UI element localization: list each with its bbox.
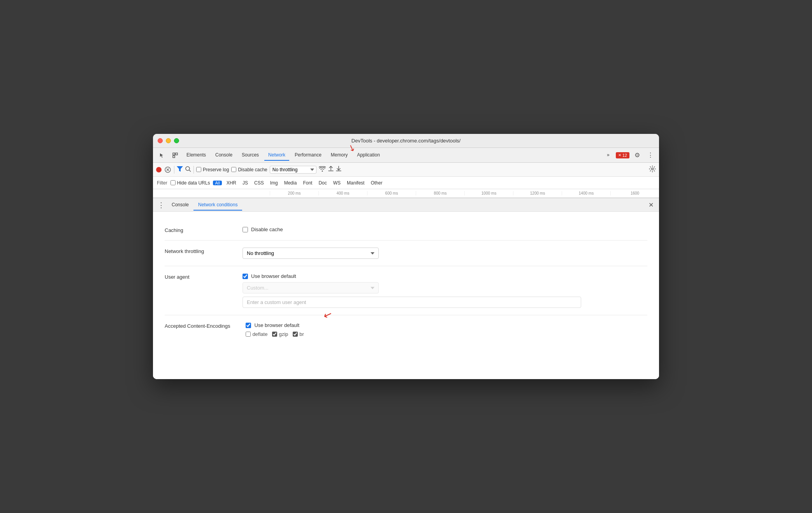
nc-custom-ua-input[interactable] [243,297,581,308]
bottom-panel: ⋮ Console Network conditions ✕ Caching D… [153,198,659,379]
hide-data-urls-label[interactable]: Hide data URLs [170,180,210,186]
filter-js[interactable]: JS [241,179,250,186]
nc-throttling-select[interactable]: No throttling Fast 3G Slow 3G Offline [243,248,379,259]
nc-caching-row: Caching Disable cache [165,220,647,241]
filter-icon[interactable] [177,166,183,173]
cursor-icon[interactable] [156,149,168,161]
preserve-log-checkbox[interactable] [196,167,201,172]
nc-br-label[interactable]: br [293,331,304,337]
more-options-icon[interactable]: ⋮ [645,150,656,161]
timeline-marker-1: 200 ms [270,191,318,195]
tab-console[interactable]: Console [211,150,236,161]
nc-use-default-checkbox[interactable] [243,274,248,279]
nc-encodings-row: Accepted Content-Encodings Use browser d… [165,315,647,344]
disable-cache-label[interactable]: Disable cache [231,167,267,172]
nc-throttling-label: Network throttling [165,248,227,254]
devtools-tab-bar: Elements Console Sources Network Perform… [153,148,659,163]
bottom-tab-network-conditions[interactable]: Network conditions [193,200,242,211]
nc-gzip-checkbox[interactable] [272,332,277,337]
tab-elements[interactable]: Elements [183,150,210,161]
tab-application[interactable]: Application [353,150,384,161]
filter-media[interactable]: Media [283,179,299,186]
svg-rect-0 [173,153,175,155]
settings-icon[interactable]: ⚙ [632,150,643,161]
maximize-button[interactable] [174,138,179,143]
toolbar-divider-2 [193,166,194,174]
nc-deflate-label[interactable]: deflate [246,331,267,337]
clear-button[interactable] [164,166,172,174]
nc-user-agent-row: User agent Use browser default Custom... [165,266,647,315]
bottom-tab-console[interactable]: Console [167,200,193,211]
no-throttling-select-wrapper: No throttling Fast 3G Slow 3G Offline [243,248,647,259]
timeline-marker-5: 1000 ms [464,191,513,195]
nc-custom-ua-select: Custom... [243,282,379,293]
error-x-icon: ✕ [618,153,621,157]
filter-doc[interactable]: Doc [317,179,328,186]
filter-xhr[interactable]: XHR [225,179,238,186]
search-icon[interactable] [185,166,191,173]
nc-user-agent-content: Use browser default Custom... [243,273,647,308]
filter-css[interactable]: CSS [253,179,265,186]
nc-use-default-label[interactable]: Use browser default [243,273,647,279]
nc-encodings-default-checkbox[interactable] [246,323,251,328]
timeline-marker-3: 600 ms [367,191,416,195]
devtools-window: DevTools - developer.chrome.com/tags/dev… [153,134,659,379]
tab-right-actions: » ✕ 12 ⚙ ⋮ [603,150,656,161]
traffic-lights [158,138,179,143]
nc-disable-cache-label[interactable]: Disable cache [243,227,647,232]
bottom-tab-dots[interactable]: ⋮ [155,200,167,210]
record-button[interactable] [156,167,162,172]
nc-encodings-default-label[interactable]: Use browser default ↙ [246,322,647,328]
svg-rect-1 [176,153,178,155]
wifi-icon[interactable] [319,166,326,173]
hide-data-urls-checkbox[interactable] [170,180,176,185]
nc-encodings-content: Use browser default ↙ deflate gzip [246,322,647,337]
nc-disable-cache-checkbox[interactable] [243,227,248,232]
nc-gzip-label[interactable]: gzip [272,331,288,337]
network-settings-icon[interactable] [649,165,656,174]
svg-point-8 [652,168,654,170]
close-button[interactable] [158,138,163,143]
svg-line-7 [189,170,191,172]
tab-performance[interactable]: Performance [291,150,325,161]
bottom-tab-bar: ⋮ Console Network conditions ✕ [153,199,659,212]
filter-bar: Filter Hide data URLs All XHR JS CSS Img… [153,177,659,189]
filter-manifest[interactable]: Manifest [345,179,366,186]
nc-throttling-content: No throttling Fast 3G Slow 3G Offline [243,248,647,259]
nc-encodings-checkboxes: deflate gzip br [246,331,647,337]
filter-label: Filter [157,180,167,186]
tab-memory[interactable]: Memory ↙ [327,150,352,161]
nc-throttling-row: Network throttling No throttling Fast 3G… [165,241,647,266]
filter-font[interactable]: Font [301,179,314,186]
timeline-marker-8: 1600 [610,191,659,195]
disable-cache-checkbox[interactable] [231,167,236,172]
nc-user-agent-label: User agent [165,273,227,280]
network-toolbar: Preserve log Disable cache No throttling… [153,163,659,177]
tab-more[interactable]: » [603,150,613,161]
filter-other[interactable]: Other [369,179,384,186]
minimize-button[interactable] [166,138,171,143]
nc-caching-content: Disable cache [243,227,647,232]
tab-sources[interactable]: Sources [238,150,263,161]
error-badge[interactable]: ✕ 12 [616,152,629,158]
nc-caching-label: Caching [165,227,227,233]
nc-deflate-checkbox[interactable] [246,332,251,337]
timeline-bar: 200 ms 400 ms 600 ms 800 ms 1000 ms 1200… [153,189,659,198]
preserve-log-label[interactable]: Preserve log [196,167,229,172]
svg-point-6 [186,167,190,170]
download-icon[interactable] [336,166,341,173]
window-title: DevTools - developer.chrome.com/tags/dev… [352,138,460,144]
throttle-select[interactable]: No throttling Fast 3G Slow 3G Offline [270,166,316,174]
upload-icon[interactable] [328,166,334,173]
inspect-icon[interactable] [169,149,181,161]
bottom-close-button[interactable]: ✕ [645,200,657,210]
tab-network[interactable]: Network [264,150,289,161]
nc-br-checkbox[interactable] [293,332,298,337]
timeline-marker-2: 400 ms [318,191,367,195]
timeline-marker-7: 1400 ms [562,191,610,195]
nc-encodings-label: Accepted Content-Encodings [165,322,230,329]
filter-all-badge[interactable]: All [213,181,221,185]
network-conditions-panel: Caching Disable cache Network throttling… [153,212,659,379]
filter-ws[interactable]: WS [332,179,342,186]
filter-img[interactable]: Img [269,179,279,186]
